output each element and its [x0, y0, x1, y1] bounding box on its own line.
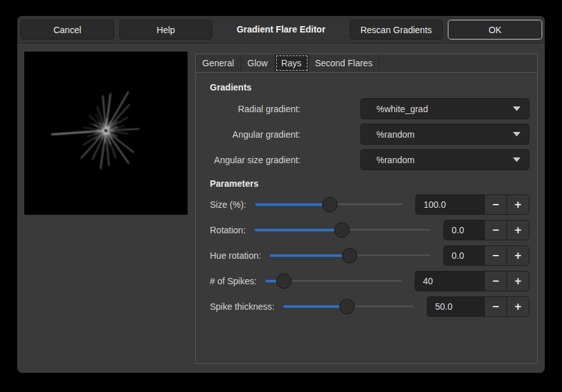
rotation-slider[interactable] [255, 220, 431, 240]
angular-size-gradient-select[interactable]: %random [360, 149, 529, 170]
dropdown-arrow-icon [513, 132, 521, 136]
ok-button[interactable]: OK [448, 20, 542, 40]
radial-gradient-row: Radial gradient: %white_grad [210, 98, 529, 119]
help-button[interactable]: Help [119, 20, 212, 40]
tab-bar: General Glow Rays Second Flares [196, 54, 537, 73]
rotation-spinbutton: 0.0 − + [443, 220, 529, 240]
size-spinbutton: 100.0 − + [415, 194, 529, 215]
slider-fill [255, 203, 330, 206]
hue-rotation-row: Hue rotation: 0.0 − + [210, 245, 529, 266]
parameters-section-heading: Parameters [210, 178, 258, 189]
num-spikes-row: # of Spikes: 40 − + [210, 271, 529, 291]
header-bar: Gradient Flare Editor Cancel Help Rescan… [17, 16, 545, 43]
num-spikes-label: # of Spikes: [210, 276, 256, 286]
num-spikes-spinbutton: 40 − + [415, 271, 529, 291]
dropdown-arrow-icon [513, 157, 521, 162]
size-row: Size (%): 100.0 − + [210, 194, 529, 215]
flare-preview[interactable] [24, 52, 188, 215]
minus-icon[interactable]: − [484, 297, 507, 316]
angular-gradient-value: %random [376, 129, 513, 140]
angular-gradient-row: Angular gradient: %random [210, 124, 529, 145]
gradient-flare-editor-dialog: Gradient Flare Editor Cancel Help Rescan… [17, 16, 545, 373]
num-spikes-slider[interactable] [265, 271, 402, 291]
hue-rotation-slider-handle[interactable] [342, 248, 357, 263]
radial-gradient-value: %white_grad [376, 104, 513, 114]
spike-thickness-slider-handle[interactable] [339, 299, 355, 314]
angular-gradient-label: Angular gradient: [210, 129, 300, 140]
size-value-field[interactable]: 100.0 [416, 195, 484, 214]
size-label: Size (%): [210, 200, 246, 210]
rays-tab-panel: Gradients Radial gradient: %white_grad A… [196, 73, 537, 363]
tab-glow[interactable]: Glow [241, 54, 275, 72]
rotation-value-field[interactable]: 0.0 [444, 221, 484, 240]
hue-rotation-spinbutton: 0.0 − + [443, 245, 529, 266]
tab-second-flares[interactable]: Second Flares [309, 54, 380, 72]
spike-thickness-row: Spike thickness: 50.0 − + [210, 296, 529, 317]
gradients-section-heading: Gradients [210, 82, 251, 92]
spike-thickness-spinbutton: 50.0 − + [427, 296, 529, 317]
cancel-button[interactable]: Cancel [20, 20, 114, 40]
angular-size-gradient-value: %random [376, 155, 513, 165]
hue-rotation-label: Hue rotation: [210, 250, 261, 261]
size-slider-handle[interactable] [322, 197, 337, 212]
spike-thickness-value-field[interactable]: 50.0 [427, 297, 484, 316]
minus-icon[interactable]: − [484, 272, 507, 291]
plus-icon[interactable]: + [507, 195, 529, 214]
plus-icon[interactable]: + [507, 297, 529, 316]
settings-notebook: General Glow Rays Second Flares Gradient… [195, 54, 538, 364]
minus-icon[interactable]: − [484, 246, 507, 265]
tab-rays[interactable]: Rays [275, 54, 309, 72]
num-spikes-value-field[interactable]: 40 [415, 272, 484, 291]
dialog-content: General Glow Rays Second Flares Gradient… [17, 43, 545, 372]
size-slider[interactable] [255, 194, 403, 215]
plus-icon[interactable]: + [507, 246, 529, 265]
angular-size-gradient-row: Angular size gradient: %random [210, 149, 529, 170]
plus-icon[interactable]: + [507, 272, 529, 291]
radial-gradient-label: Radial gradient: [210, 104, 300, 114]
hue-rotation-value-field[interactable]: 0.0 [444, 246, 484, 265]
num-spikes-slider-handle[interactable] [276, 273, 292, 289]
rotation-label: Rotation: [210, 225, 246, 235]
slider-fill [283, 305, 346, 308]
radial-gradient-select[interactable]: %white_grad [360, 98, 529, 119]
plus-icon[interactable]: + [507, 221, 529, 240]
tab-general[interactable]: General [196, 54, 241, 72]
rotation-slider-handle[interactable] [334, 222, 350, 238]
dropdown-arrow-icon [513, 106, 521, 111]
hue-rotation-slider[interactable] [270, 245, 431, 266]
slider-fill [255, 229, 342, 231]
flare-rays-image [24, 52, 188, 215]
rescan-gradients-button[interactable]: Rescan Gradients [350, 20, 443, 40]
minus-icon[interactable]: − [484, 221, 507, 240]
angular-size-gradient-label: Angular size gradient: [210, 155, 300, 165]
slider-fill [270, 254, 349, 257]
spike-thickness-label: Spike thickness: [210, 301, 274, 312]
spike-thickness-slider[interactable] [283, 296, 414, 317]
minus-icon[interactable]: − [484, 195, 507, 214]
angular-gradient-select[interactable]: %random [360, 124, 529, 145]
rotation-row: Rotation: 0.0 − + [210, 220, 529, 240]
